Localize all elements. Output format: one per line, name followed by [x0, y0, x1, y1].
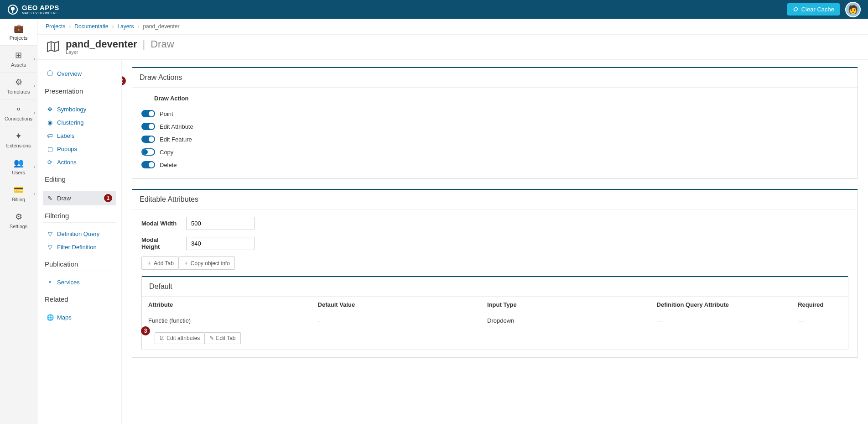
edit-icon: ✎ [209, 335, 214, 341]
share-icon: ⚬ [15, 104, 22, 114]
rail-assets[interactable]: ⊞ Assets › [0, 46, 37, 73]
draw-action-label: Copy [160, 149, 173, 156]
square-icon: ▢ [47, 146, 53, 152]
crumb-projects[interactable]: Projects [46, 23, 65, 30]
copy-object-info-button[interactable]: ＋Copy object info [179, 256, 235, 270]
sidenav-group-publication: Publication [45, 260, 116, 268]
sidenav-label: Actions [57, 159, 77, 166]
rail-settings[interactable]: ⚙ Settings [0, 207, 37, 234]
sidenav-draw[interactable]: ✎Draw1 [43, 191, 116, 205]
plus-icon: ＋ [183, 259, 189, 267]
filter-icon: ▽ [47, 244, 53, 251]
content: 2 Draw Actions Draw Action PointEdit Att… [122, 60, 868, 424]
callout-2: 2 [122, 76, 126, 85]
draw-action-row: Edit Attribute [141, 120, 848, 133]
draw-action-label: Delete [160, 162, 177, 168]
modal-width-label: Modal Width [141, 220, 178, 227]
draw-action-label: Edit Feature [160, 136, 192, 143]
rail-label: Connections [5, 116, 32, 121]
th-default-value: Default Value [312, 297, 481, 313]
sidenav-label: Definition Query [57, 230, 99, 237]
crumb-layers[interactable]: Layers [117, 23, 134, 30]
modal-width-input[interactable] [186, 217, 255, 230]
globe-icon: 🌐 [47, 314, 53, 321]
sidenav-filter-definition[interactable]: ▽Filter Definition [43, 241, 116, 254]
draw-actions-panel: Draw Actions Draw Action PointEdit Attri… [132, 67, 858, 179]
check-icon: ☑ [160, 335, 165, 341]
draw-action-label: Edit Attribute [160, 123, 193, 130]
modal-height-label: Modal Height [141, 236, 178, 250]
crumb-current: pand_deventer [143, 23, 179, 30]
sidenav-maps[interactable]: 🌐Maps [43, 311, 116, 324]
rail-label: Extensions [6, 143, 31, 148]
chevron-right-icon: › [112, 23, 114, 30]
modal-height-input[interactable] [186, 237, 255, 250]
sidenav-labels[interactable]: 🏷Labels [43, 129, 116, 142]
brand-title: GEO APPS [22, 4, 59, 11]
toggle-delete[interactable] [141, 161, 155, 168]
add-tab-button[interactable]: ＋Add Tab [141, 256, 179, 270]
edit-attributes-button[interactable]: ☑Edit attributes [155, 332, 205, 344]
sidenav-clustering[interactable]: ◉Clustering [43, 116, 116, 129]
clear-cache-button[interactable]: Clear Cache [787, 3, 840, 16]
pin-icon [7, 4, 18, 15]
svg-point-1 [11, 7, 14, 10]
clear-cache-label: Clear Cache [801, 6, 834, 13]
toggle-point[interactable] [141, 110, 155, 117]
toggle-copy[interactable] [141, 148, 155, 156]
cluster-icon: ◉ [47, 119, 53, 126]
crumb-documentatie[interactable]: Documentatie [74, 23, 108, 30]
share-icon: ⚬ [47, 279, 53, 286]
td-default-value: - [312, 313, 481, 329]
draw-action-label: Point [160, 110, 173, 117]
rail-users[interactable]: 👥 Users › [0, 153, 37, 180]
rail-connections[interactable]: ⚬ Connections › [0, 99, 37, 126]
toggle-edit-feature[interactable] [141, 136, 155, 143]
brand-logo[interactable]: GEO APPS MAPS EVERYWHERE [7, 4, 59, 15]
puzzle-icon: ✥ [47, 106, 53, 113]
sidenav-symbology[interactable]: ✥Symbology [43, 103, 116, 116]
th-attribute: Attribute [142, 297, 312, 313]
filter-icon: ▽ [47, 230, 53, 237]
chevron-right-icon: › [34, 164, 35, 169]
rail-templates[interactable]: ⚙ Templates › [0, 73, 37, 99]
edit-tab-button[interactable]: ✎Edit Tab [205, 332, 240, 344]
chevron-right-icon: › [34, 84, 35, 89]
rail-billing[interactable]: 💳 Billing › [0, 180, 37, 207]
btn-label: Edit attributes [166, 335, 200, 341]
rail-projects[interactable]: 💼 Projects [0, 19, 37, 46]
sidenav-definition-query[interactable]: ▽Definition Query [43, 227, 116, 241]
draw-action-row: Edit Feature [141, 133, 848, 146]
draw-action-row: Copy [141, 146, 848, 158]
th-input-type: Input Type [481, 297, 650, 313]
breadcrumb: Projects › Documentatie › Layers › pand_… [37, 19, 868, 35]
plus-square-icon: ⊞ [15, 50, 22, 60]
table-row: Functie (functie) - Dropdown — — [142, 313, 848, 329]
rail-label: Billing [12, 197, 25, 202]
sidenav-overview[interactable]: ⓘOverview [43, 66, 116, 81]
info-icon: ⓘ [47, 69, 53, 78]
sidenav-popups[interactable]: ▢Popups [43, 142, 116, 156]
th-required: Required [791, 297, 848, 313]
sidenav-label: Filter Definition [57, 244, 97, 251]
rail-label: Templates [7, 89, 30, 94]
td-attribute: Functie (functie) [142, 313, 312, 329]
rail-label: Assets [11, 62, 26, 68]
toggle-edit-attribute[interactable] [141, 123, 155, 130]
rail-extensions[interactable]: ✦ Extensions [0, 126, 37, 153]
td-required: — [791, 313, 848, 329]
sidenav-services[interactable]: ⚬Services [43, 276, 116, 289]
th-dq-attr: Definition Query Attribute [650, 297, 792, 313]
panel-title: Editable Attributes [132, 190, 858, 209]
rocket-icon [793, 6, 799, 12]
sidenav-label: Maps [57, 314, 72, 321]
sidenav-actions[interactable]: ⟳Actions [43, 156, 116, 169]
left-rail: 💼 Projects ⊞ Assets › ⚙ Templates › ⚬ Co… [0, 19, 37, 424]
card-icon: 💳 [14, 185, 24, 195]
sparkle-icon: ✦ [15, 131, 22, 141]
sidenav-label: Popups [57, 146, 77, 152]
avatar[interactable]: 🧑 [845, 2, 861, 17]
callout-1: 1 [104, 194, 112, 202]
action-icon: ⟳ [47, 159, 53, 166]
attribute-table: Attribute Default Value Input Type Defin… [142, 297, 848, 329]
